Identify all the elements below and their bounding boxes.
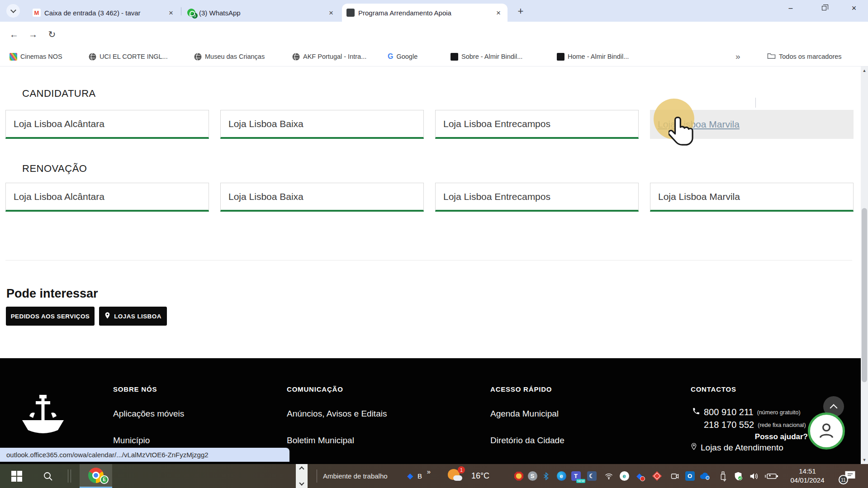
- card-label: Loja Lisboa Alcântara: [14, 191, 104, 202]
- bookmark-label: UCI EL CORTE INGL...: [100, 53, 168, 60]
- back-icon[interactable]: ←: [7, 28, 21, 41]
- toolbar-scroll-buttons[interactable]: [296, 464, 308, 488]
- minimize-button[interactable]: –: [778, 0, 804, 16]
- usb-device-icon[interactable]: [717, 464, 729, 488]
- notification-center-button[interactable]: 11: [844, 469, 856, 483]
- bookmark-label: Museu das Crianças: [205, 53, 265, 60]
- edge-icon[interactable]: e: [555, 464, 567, 488]
- bookmark-uci[interactable]: UCI EL CORTE INGL...: [89, 51, 168, 62]
- close-tab-icon[interactable]: ×: [166, 8, 175, 17]
- phone-icon: [692, 407, 700, 417]
- card-label: Loja Lisboa Baixa: [228, 191, 304, 202]
- bookmark-sobre-almir[interactable]: Sobre - Almir Bindil...: [451, 51, 522, 62]
- tab-active-lisboa[interactable]: Programa Arrendamento Apoia ×: [342, 4, 508, 22]
- chevron-up-icon: [299, 466, 304, 471]
- close-tab-icon[interactable]: ×: [494, 8, 503, 17]
- phone-number: 800 910 211: [704, 407, 754, 417]
- footer-lojas-atendimento[interactable]: Lojas de Atendimento: [691, 442, 783, 453]
- footer-link-anuncios[interactable]: Anúncios, Avisos e Editais: [287, 409, 387, 419]
- onedrive-icon[interactable]: [699, 464, 711, 488]
- tab-title: (3) WhatsApp: [199, 9, 323, 17]
- footer-phone-gratuito[interactable]: 800 910 211 (número gratuito): [692, 407, 801, 417]
- start-button[interactable]: [6, 464, 27, 488]
- teams-new-badge: NEW: [576, 479, 585, 483]
- screen-record-icon[interactable]: [669, 464, 681, 488]
- dropbox-label: B: [416, 464, 423, 488]
- site-favicon: [451, 53, 458, 61]
- related-heading: Pode interessar: [6, 287, 98, 301]
- card-loja-entrecampos[interactable]: Loja Lisboa Entrecampos: [435, 110, 639, 139]
- volume-icon[interactable]: [748, 464, 760, 488]
- chat-widget-button[interactable]: [808, 412, 845, 450]
- card-loja-entrecampos-2[interactable]: Loja Lisboa Entrecampos: [435, 183, 639, 212]
- footer-link-boletim[interactable]: Boletim Municipal: [287, 436, 354, 445]
- desktop-toolbar-label[interactable]: Ambiente de trabalho: [323, 464, 404, 488]
- footer-link-diretorio[interactable]: Diretório da Cidade: [490, 436, 564, 445]
- temperature-label[interactable]: 16°C: [468, 464, 493, 488]
- bluetooth-icon[interactable]: [540, 464, 552, 488]
- restore-icon: [822, 6, 826, 10]
- weather-alert-badge: 1: [458, 466, 465, 474]
- bookmarks-overflow-icon[interactable]: »: [735, 51, 740, 62]
- card-loja-baixa-2[interactable]: Loja Lisboa Baixa: [220, 183, 424, 212]
- toolbar-overflow-icon[interactable]: »: [424, 464, 433, 488]
- outlook-icon[interactable]: O: [684, 464, 696, 488]
- error-dot: [640, 476, 645, 481]
- pedidos-servicos-button[interactable]: PEDIDOS AOS SERVIÇOS: [6, 307, 95, 326]
- scrollbar-down-icon[interactable]: ▼: [861, 458, 868, 462]
- lojas-lisboa-button[interactable]: LOJAS LISBOA: [99, 307, 167, 326]
- bookmark-home-almir[interactable]: Home - Almir Bindil...: [557, 51, 629, 62]
- bookmark-akf[interactable]: AKF Portugal - Intra...: [292, 51, 366, 62]
- teams-icon[interactable]: T NEW: [570, 464, 582, 488]
- tray-overflow-icon[interactable]: [513, 464, 525, 488]
- card-loja-baixa[interactable]: Loja Lisboa Baixa: [220, 110, 424, 139]
- bookmark-museu[interactable]: Museu das Crianças: [194, 51, 265, 62]
- all-bookmarks-button[interactable]: Todos os marcadores: [767, 51, 842, 62]
- footer-link-municipio[interactable]: Município: [113, 436, 150, 445]
- dropbox-icon[interactable]: ◆: [405, 464, 415, 488]
- card-label: Loja Lisboa Entrecampos: [443, 118, 550, 129]
- quick-assist-icon[interactable]: [651, 464, 663, 488]
- tab-separator: [181, 7, 181, 15]
- taskbar-search-button[interactable]: [39, 464, 57, 488]
- globe-favicon: [89, 53, 96, 61]
- card-loja-marvila-2[interactable]: Loja Lisboa Marvila: [650, 183, 854, 212]
- restore-button[interactable]: [811, 0, 837, 16]
- taskbar-chrome-button[interactable]: E: [80, 464, 112, 488]
- power-battery-icon[interactable]: [764, 464, 779, 488]
- night-mode-app-icon[interactable]: ☾: [586, 464, 598, 488]
- footer-link-aplicacoes[interactable]: Aplicações móveis: [113, 409, 184, 419]
- taskbar-clock[interactable]: 14:51 04/01/2024: [780, 467, 835, 485]
- eset-icon[interactable]: e: [618, 464, 630, 488]
- content-divider: [5, 260, 852, 261]
- footer-link-agenda[interactable]: Agenda Municipal: [490, 409, 559, 419]
- skype-icon[interactable]: S: [526, 464, 538, 488]
- bookmarks-bar: Cinemas NOS UCI EL CORTE INGL... Museu d…: [0, 47, 868, 66]
- wifi-icon[interactable]: [603, 464, 615, 488]
- tab-whatsapp[interactable]: 3 (3) WhatsApp ×: [183, 4, 340, 22]
- card-loja-alcantara[interactable]: Loja Lisboa Alcântara: [5, 110, 209, 139]
- dropbox-sync-error-icon[interactable]: ◆: [634, 464, 645, 488]
- whatsapp-favicon: 3: [187, 9, 195, 17]
- footer-phone-fixa[interactable]: 218 170 552 (rede fixa nacional): [704, 420, 806, 430]
- section-heading-renovacao: RENOVAÇÃO: [22, 163, 87, 175]
- button-label: PEDIDOS AOS SERVIÇOS: [11, 313, 90, 320]
- status-link-text: outlook.office365.com/owa/calendar/.../v…: [6, 451, 209, 459]
- bookmark-google[interactable]: G Google: [388, 51, 417, 62]
- defender-shield-icon[interactable]: [732, 464, 744, 488]
- weather-icon[interactable]: 1: [448, 468, 464, 483]
- scrollbar-up-icon[interactable]: ▲: [861, 68, 868, 73]
- reload-icon[interactable]: ↻: [45, 28, 59, 41]
- close-window-button[interactable]: ×: [841, 0, 867, 16]
- stores-label: Lojas de Atendimento: [701, 443, 783, 453]
- tab-gmail[interactable]: M Caixa de entrada (3 462) - tavar ×: [28, 4, 180, 22]
- scrollbar-thumb[interactable]: [862, 208, 867, 382]
- page-scrollbar[interactable]: ▲ ▼: [861, 66, 868, 464]
- close-tab-icon[interactable]: ×: [327, 8, 336, 17]
- new-tab-button[interactable]: +: [514, 5, 527, 18]
- forward-icon[interactable]: →: [26, 28, 40, 41]
- card-loja-alcantara-2[interactable]: Loja Lisboa Alcântara: [5, 183, 209, 212]
- tab-search-button[interactable]: [6, 4, 20, 18]
- phone-note: (número gratuito): [757, 409, 801, 416]
- bookmark-cinemas-nos[interactable]: Cinemas NOS: [9, 51, 62, 62]
